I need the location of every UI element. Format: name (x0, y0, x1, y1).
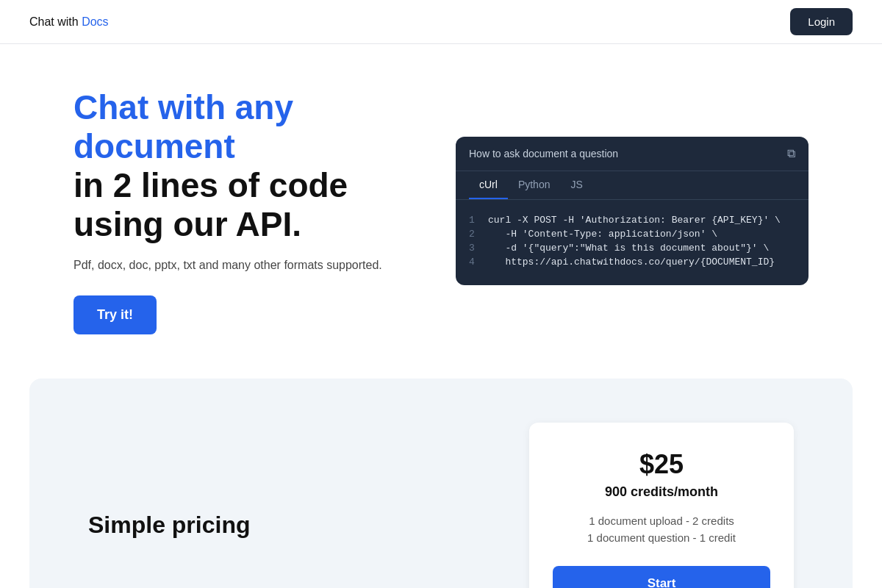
price-value: $25 (553, 449, 770, 480)
line-code-4: https://api.chatwithdocs.co/query/{DOCUM… (488, 257, 775, 268)
copy-icon[interactable]: ⧉ (787, 147, 795, 160)
tab-curl[interactable]: cUrl (469, 171, 508, 199)
nav-logo: Chat with Docs (29, 15, 109, 29)
hero-description: Pdf, docx, doc, pptx, txt and many other… (74, 259, 426, 272)
pricing-detail-1: 1 document upload - 2 credits (553, 514, 770, 527)
code-card-header: How to ask document a question ⧉ (456, 137, 808, 171)
line-num-2: 2 (469, 229, 476, 240)
tab-python[interactable]: Python (508, 171, 561, 199)
code-card-title: How to ask document a question (469, 148, 618, 159)
hero-section: Chat with any document in 2 lines of cod… (0, 44, 882, 379)
code-body: 1 curl -X POST -H 'Authorization: Bearer… (456, 200, 808, 285)
nav-logo-prefix: Chat with (29, 15, 82, 28)
nav-logo-accent: Docs (82, 15, 108, 28)
start-button[interactable]: Start (553, 566, 770, 588)
line-num-1: 1 (469, 215, 476, 226)
login-button[interactable]: Login (790, 8, 853, 35)
hero-left: Chat with any document in 2 lines of cod… (74, 88, 426, 334)
pricing-detail-2: 1 document question - 1 credit (553, 531, 770, 544)
line-code-3: -d '{"query":"What is this document abou… (488, 243, 769, 254)
credits-label: 900 credits/month (553, 484, 770, 500)
navbar: Chat with Docs Login (0, 0, 882, 44)
pricing-section: Simple pricing $25 900 credits/month 1 d… (29, 379, 853, 588)
pricing-left: Simple pricing (88, 512, 470, 539)
code-line-4: 4 https://api.chatwithdocs.co/query/{DOC… (469, 257, 795, 268)
code-card: How to ask document a question ⧉ cUrl Py… (456, 137, 808, 285)
code-tabs: cUrl Python JS (456, 171, 808, 200)
try-it-button[interactable]: Try it! (74, 295, 157, 334)
pricing-card: $25 900 credits/month 1 document upload … (529, 423, 794, 588)
line-code-1: curl -X POST -H 'Authorization: Bearer {… (488, 215, 781, 226)
line-num-4: 4 (469, 257, 476, 268)
hero-title: Chat with any document (74, 88, 426, 166)
code-line-2: 2 -H 'Content-Type: application/json' \ (469, 229, 795, 240)
code-line-1: 1 curl -X POST -H 'Authorization: Bearer… (469, 215, 795, 226)
tab-js[interactable]: JS (560, 171, 592, 199)
pricing-title: Simple pricing (88, 512, 470, 539)
line-num-3: 3 (469, 243, 476, 254)
hero-subtitle: in 2 lines of code using our API. (74, 166, 426, 244)
code-line-3: 3 -d '{"query":"What is this document ab… (469, 243, 795, 254)
line-code-2: -H 'Content-Type: application/json' \ (488, 229, 717, 240)
